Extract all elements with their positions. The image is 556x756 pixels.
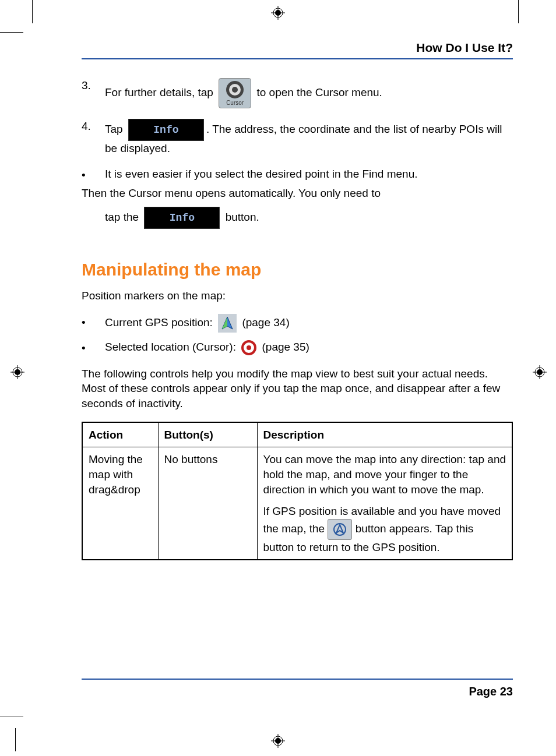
registration-mark-icon [10,365,24,379]
body-paragraph: The following controls help you modify t… [82,366,513,411]
desc-text: You can move the map into any direction:… [263,452,506,497]
info-button-icon: Info [144,207,220,229]
marker-text: (page 35) [262,341,309,353]
bullet-item: • It is even easier if you select the de… [82,167,513,183]
svg-marker-21 [336,525,343,533]
bullet-continuation: Then the Cursor menu opens automatically… [82,186,513,201]
bullet-text: It is even easier if you select the desi… [105,167,513,183]
intro-text: Position markers on the map: [82,288,513,303]
marker-text: Current GPS position: [105,316,216,328]
step-3: 3. For further details, tap Cursor to op… [82,78,513,108]
step-number: 4. [82,119,105,134]
registration-mark-icon [533,365,547,379]
th-description: Description [257,422,512,447]
step-text: to open the Cursor menu. [256,86,382,98]
footer-rule [82,679,513,680]
cursor-target-icon [241,340,256,355]
page-number: Page 23 [469,685,513,698]
step-text: Tap [105,123,126,135]
gps-arrow-icon [218,314,237,333]
step-4: 4. Tap Info. The address, the coordinate… [82,119,513,156]
cell-action: Moving the map with drag&drop [82,447,158,560]
table-row: Moving the map with drag&drop No buttons… [82,447,512,560]
marker-gps: • Current GPS position: (page 34) [82,314,513,333]
registration-mark-icon [271,734,285,748]
th-buttons: Button(s) [158,422,257,447]
marker-text: Selected location (Cursor): [105,341,239,353]
cell-buttons: No buttons [158,447,257,560]
bullet-text: button. [226,211,259,223]
marker-cursor: • Selected location (Cursor): (page 35) [82,340,513,356]
page-header: How Do I Use It? [82,41,513,59]
cell-description: You can move the map into any direction:… [257,447,512,560]
info-button-icon: Info [128,119,204,141]
section-heading: Manipulating the map [82,258,513,282]
svg-point-19 [247,345,251,350]
controls-table: Action Button(s) Description Moving the … [82,422,513,561]
registration-mark-icon [271,6,285,20]
cursor-menu-button-icon: Cursor [219,78,251,108]
th-action: Action [82,422,158,447]
step-number: 3. [82,78,105,93]
bullet-text: tap the [105,211,142,223]
marker-text: (page 34) [242,316,289,328]
return-to-gps-icon [328,519,352,540]
step-text: For further details, tap [105,86,216,98]
